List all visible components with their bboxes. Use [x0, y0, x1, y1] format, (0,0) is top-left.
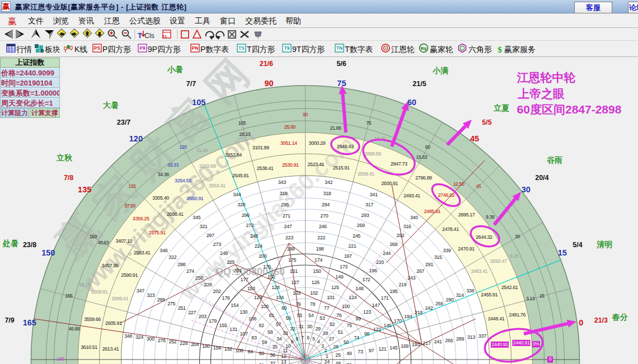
- svg-text:20/4: 20/4: [535, 174, 548, 182]
- svg-text:289: 289: [456, 336, 464, 342]
- svg-text:165: 165: [23, 318, 36, 327]
- svg-text:155: 155: [219, 323, 227, 328]
- svg-text:268: 268: [390, 242, 397, 247]
- svg-text:337: 337: [478, 333, 486, 339]
- svg-text:228: 228: [180, 341, 187, 346]
- svg-text:81: 81: [269, 313, 274, 318]
- svg-text:224: 224: [255, 243, 262, 249]
- svg-text:PS: PS: [94, 45, 101, 51]
- svg-text:2485.91: 2485.91: [424, 209, 440, 214]
- svg-text:291: 291: [425, 262, 433, 267]
- svg-text:29: 29: [315, 326, 321, 332]
- svg-text:130: 130: [240, 309, 247, 315]
- svg-text:处暑: 处暑: [2, 239, 18, 248]
- svg-text:春分: 春分: [612, 313, 628, 322]
- svg-text:5/6: 5/6: [336, 60, 346, 68]
- svg-text:立秋: 立秋: [56, 153, 73, 162]
- svg-text:48: 48: [335, 361, 341, 364]
- svg-text:TN: TN: [336, 45, 343, 51]
- svg-text:57: 57: [276, 322, 282, 327]
- svg-text:290: 290: [445, 297, 453, 302]
- svg-text:2583.41: 2583.41: [134, 250, 151, 256]
- svg-text:清明: 清明: [597, 240, 612, 249]
- svg-text:TS: TS: [238, 45, 245, 51]
- svg-text:45: 45: [470, 134, 479, 143]
- svg-text:30: 30: [515, 234, 520, 239]
- svg-text:$: $: [498, 45, 502, 54]
- svg-text:小满: 小满: [432, 66, 448, 75]
- svg-text:2515.91: 2515.91: [333, 165, 350, 171]
- svg-text:295: 295: [281, 202, 289, 207]
- svg-text:51: 51: [337, 329, 343, 335]
- svg-text:3254.55: 3254.55: [175, 178, 191, 183]
- svg-text:50: 50: [344, 339, 349, 345]
- svg-text:105: 105: [238, 120, 246, 126]
- svg-text:179: 179: [209, 318, 217, 324]
- svg-text:127: 127: [291, 280, 299, 285]
- svg-text:2593.47: 2593.47: [490, 258, 507, 264]
- svg-text:79: 79: [295, 301, 301, 307]
- svg-text:T9: T9: [284, 45, 290, 51]
- svg-text:249: 249: [220, 250, 228, 256]
- svg-text:150: 150: [313, 268, 321, 274]
- svg-text:80: 80: [282, 305, 287, 311]
- svg-text:245: 245: [353, 233, 360, 239]
- svg-text:73: 73: [358, 349, 363, 354]
- svg-text:Big: Big: [421, 46, 427, 51]
- svg-text:25: 25: [335, 352, 341, 358]
- svg-text:2500.91: 2500.91: [381, 181, 398, 186]
- svg-text:3457.96: 3457.96: [102, 263, 119, 268]
- svg-text:2542.61: 2542.61: [501, 285, 518, 290]
- svg-text:251: 251: [178, 305, 186, 311]
- svg-text:275: 275: [167, 301, 175, 306]
- svg-text:347: 347: [137, 288, 144, 294]
- svg-text:60: 60: [407, 98, 416, 107]
- svg-text:21: 21: [162, 34, 167, 39]
- svg-text:60: 60: [259, 351, 264, 356]
- svg-text:2545.91: 2545.91: [232, 173, 249, 178]
- svg-text:135: 135: [78, 185, 91, 194]
- svg-text:76: 76: [336, 313, 342, 318]
- svg-text:21/6: 21/6: [260, 60, 273, 68]
- svg-text:0: 0: [579, 318, 583, 327]
- svg-text:55: 55: [297, 313, 302, 318]
- svg-text:348: 348: [124, 333, 132, 339]
- svg-text:176: 176: [263, 264, 271, 270]
- svg-text:5: 5: [312, 336, 315, 342]
- svg-text:177: 177: [240, 277, 248, 282]
- svg-text:3.13: 3.13: [526, 296, 535, 301]
- svg-text:246: 246: [319, 224, 327, 229]
- svg-text:23/8: 23/8: [23, 241, 36, 249]
- svg-text:120: 120: [179, 144, 187, 150]
- svg-text:31.25: 31.25: [196, 148, 208, 153]
- svg-text:3203.69: 3203.69: [199, 163, 216, 169]
- svg-text:171: 171: [381, 295, 388, 301]
- svg-text:28.13: 28.13: [240, 131, 251, 137]
- svg-text:341: 341: [370, 192, 378, 197]
- svg-text:97: 97: [369, 348, 374, 353]
- svg-text:上帝之眼: 上帝之眼: [517, 87, 565, 100]
- svg-text:21.88: 21.88: [330, 125, 341, 131]
- svg-text:2470.91: 2470.91: [458, 246, 475, 252]
- svg-text:293: 293: [361, 212, 369, 218]
- svg-text:9.38: 9.38: [486, 214, 495, 220]
- svg-text:2538.41: 2538.41: [257, 166, 274, 171]
- svg-text:2463.41: 2463.41: [471, 268, 487, 274]
- svg-text:Cls: Cls: [144, 32, 154, 40]
- svg-text:272: 272: [246, 223, 254, 228]
- svg-text:36: 36: [270, 352, 275, 358]
- svg-text:21/3: 21/3: [594, 316, 608, 324]
- svg-text:202: 202: [213, 289, 221, 294]
- svg-text:2491.76: 2491.76: [509, 312, 526, 318]
- svg-text:0: 0: [549, 356, 552, 362]
- svg-text:124: 124: [349, 295, 356, 300]
- svg-text:2613.41: 2613.41: [102, 346, 119, 352]
- svg-text:77: 77: [324, 305, 330, 311]
- svg-text:195: 195: [390, 289, 397, 294]
- svg-text:226: 226: [204, 282, 212, 287]
- svg-text:129: 129: [254, 295, 262, 300]
- svg-text:32: 32: [290, 326, 295, 332]
- svg-text:2553.41: 2553.41: [209, 183, 226, 188]
- svg-text:252: 252: [168, 339, 176, 344]
- svg-text:5/5: 5/5: [482, 119, 491, 126]
